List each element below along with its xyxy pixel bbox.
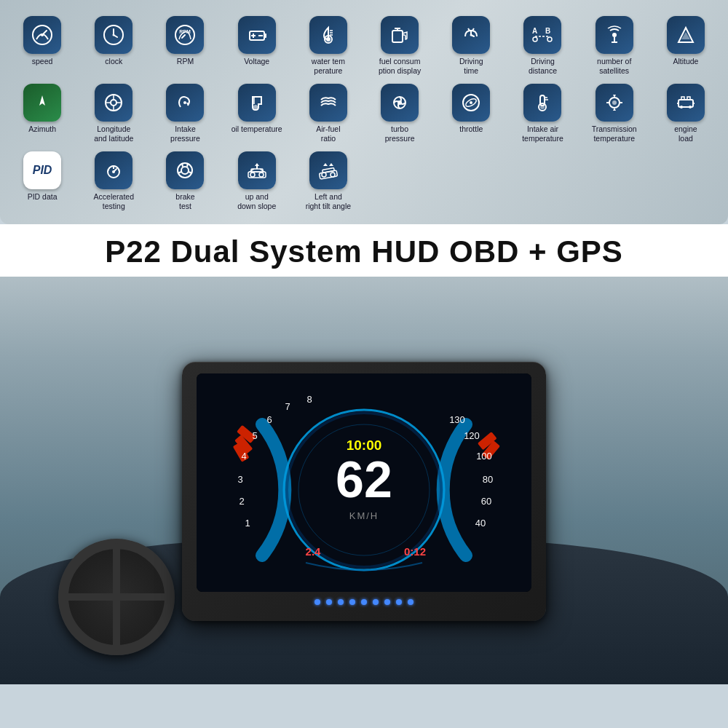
intake-air-label: Intake airtemperature [522, 124, 563, 143]
svg-point-66 [689, 106, 692, 108]
svg-text:130: 130 [449, 414, 465, 425]
feature-throttle: throttle [436, 81, 506, 146]
svg-point-31 [533, 37, 537, 41]
svg-point-40 [111, 100, 116, 106]
svg-marker-38 [39, 95, 45, 106]
feature-rpm: RPM RPM [150, 13, 220, 78]
oil-temp-label: oil temperature [232, 124, 282, 134]
svg-line-76 [187, 163, 188, 167]
feature-engine-load: engineload [651, 81, 721, 146]
features-section: speed clock RPM [0, 0, 728, 224]
svg-rect-11 [264, 33, 266, 38]
svg-point-88 [322, 173, 326, 177]
feature-transmission: Transmissiontemperature [579, 81, 649, 146]
accel-icon [95, 151, 132, 189]
feature-pid: PID PID data [7, 149, 77, 213]
svg-marker-91 [323, 163, 328, 166]
device-wrapper: 1 2 3 4 5 6 7 8 40 [182, 362, 546, 621]
feature-oil-temp: oil temperature [222, 81, 292, 146]
altitude-label: Altitude [673, 57, 698, 66]
azimuth-label: Azimuth [28, 124, 56, 134]
svg-text:7: 7 [285, 401, 290, 412]
led-dot-3 [338, 599, 344, 605]
svg-text:10:00: 10:00 [347, 438, 382, 453]
svg-marker-92 [329, 163, 333, 166]
svg-text:5: 5 [252, 430, 257, 441]
clock-label: clock [105, 57, 122, 66]
driving-time-icon [452, 16, 490, 54]
airfuel-label: Air-fuelratio [316, 124, 340, 143]
slope-ud-label: up anddown slope [237, 192, 276, 210]
led-dot-1 [314, 599, 320, 605]
svg-marker-86 [255, 163, 259, 166]
svg-text:2: 2 [239, 496, 244, 507]
voltage-icon [238, 16, 276, 54]
feature-slope-ud: up anddown slope [222, 149, 292, 213]
longitude-label: Longitudeand latitude [94, 124, 133, 143]
feature-driving-time: Drivingtime [436, 13, 506, 78]
throttle-icon [452, 84, 490, 122]
svg-point-73 [178, 163, 192, 178]
svg-text:120: 120 [464, 430, 480, 441]
feature-satellites: number ofsatellites [579, 13, 649, 78]
speed-icon [23, 16, 61, 54]
svg-text:60: 60 [481, 496, 491, 507]
feature-airfuel: Air-fuelratio [293, 81, 363, 146]
led-dot-4 [349, 599, 355, 605]
feature-turbo: turbopressure [365, 81, 435, 146]
led-dot-2 [326, 599, 332, 605]
svg-point-46 [253, 105, 258, 109]
svg-point-6 [113, 34, 115, 36]
feature-tilt: Left andright tilt angle [293, 149, 363, 213]
speed-label: speed [32, 57, 53, 66]
intake-air-icon [523, 84, 561, 122]
driving-dist-icon: A B [523, 16, 561, 54]
tilt-label: Left andright tilt angle [306, 192, 351, 210]
intake-pressure-icon [166, 84, 204, 122]
led-dot-6 [373, 599, 379, 605]
transmission-label: Transmissiontemperature [592, 124, 637, 143]
svg-text:80: 80 [483, 474, 493, 485]
voltage-label: Voltage [244, 57, 269, 66]
svg-point-33 [612, 33, 617, 37]
svg-point-81 [259, 173, 264, 177]
feature-accel: Acceleratedtesting [79, 149, 149, 213]
azimuth-icon [23, 84, 61, 122]
brake-icon [166, 151, 204, 189]
feature-azimuth: Azimuth [7, 81, 77, 146]
svg-text:100: 100 [476, 451, 492, 462]
driving-time-label: Drivingtime [459, 57, 483, 75]
transmission-icon [596, 84, 633, 122]
steering-wheel [58, 539, 175, 655]
svg-point-74 [181, 167, 189, 174]
satellites-icon [596, 16, 633, 54]
feature-brake: braketest [150, 149, 220, 213]
clock-icon [95, 16, 132, 54]
water-temp-label: water temperature [312, 57, 345, 75]
title-section: P22 Dual System HUD OBD + GPS [0, 224, 728, 277]
pid-label: PID data [28, 192, 58, 202]
led-dot-9 [408, 599, 414, 605]
pid-icon: PID [23, 151, 61, 189]
driving-dist-label: Drivingdistance [529, 57, 557, 75]
feature-altitude: Altitude [651, 13, 721, 78]
feature-fuel: fuel consumption display [365, 13, 435, 78]
svg-point-25 [470, 34, 472, 36]
svg-text:B: B [545, 27, 550, 35]
longitude-icon [95, 84, 132, 122]
led-dot-5 [361, 599, 367, 605]
svg-rect-63 [681, 97, 684, 100]
svg-point-72 [112, 170, 115, 173]
device-body: 1 2 3 4 5 6 7 8 40 [182, 362, 546, 621]
svg-point-2 [41, 33, 44, 36]
feature-intake-air: Intake airtemperature [507, 81, 577, 146]
svg-point-32 [547, 37, 552, 41]
rpm-label: RPM [177, 57, 194, 66]
svg-point-65 [680, 106, 683, 108]
feature-driving-dist: A B Drivingdistance [507, 13, 577, 78]
svg-text:8: 8 [306, 394, 312, 405]
water-temp-icon [309, 16, 347, 54]
svg-rect-20 [392, 31, 403, 42]
engine-load-icon [667, 84, 705, 122]
svg-text:KM/H: KM/H [349, 510, 379, 521]
